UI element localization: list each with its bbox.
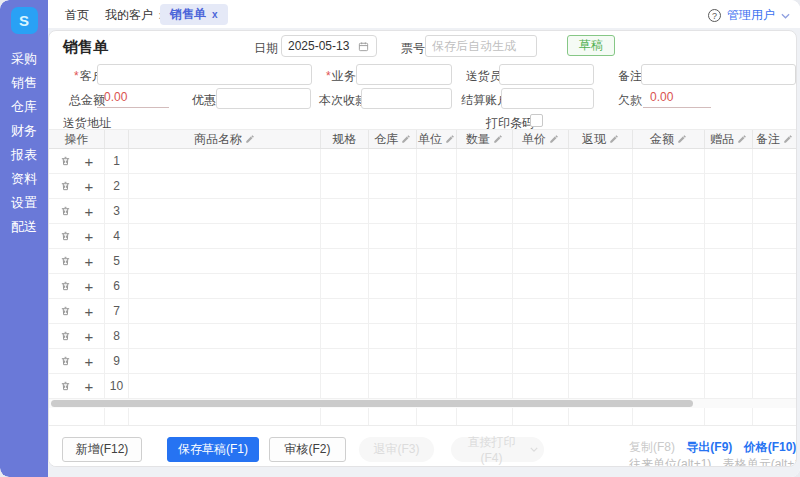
cell-warehouse[interactable] [369,149,417,173]
cell-unit[interactable] [417,349,457,373]
cell-unit[interactable] [417,274,457,298]
cell-product-name[interactable] [129,249,321,273]
customer-input[interactable] [97,64,312,85]
cell-cashback[interactable] [569,224,633,248]
cell-remark[interactable] [753,224,796,248]
cell-amount[interactable] [633,199,705,223]
cell-gift[interactable] [705,199,753,223]
cell-amount[interactable] [633,174,705,198]
cell-product-name[interactable] [129,324,321,348]
cell-amount[interactable] [633,274,705,298]
cell-remark[interactable] [753,324,796,348]
pencil-icon[interactable] [609,134,619,144]
scrollbar-thumb[interactable] [51,400,693,407]
cell-quantity[interactable] [457,149,513,173]
cell-quantity[interactable] [457,274,513,298]
cell-gift[interactable] [705,274,753,298]
cell-gift[interactable] [705,374,753,398]
help-icon[interactable]: ? [708,9,721,22]
cell-remark[interactable] [753,274,796,298]
cell-spec[interactable] [321,199,369,223]
cell-warehouse[interactable] [369,174,417,198]
cell-product-name[interactable] [129,224,321,248]
cell-warehouse[interactable] [369,249,417,273]
add-row-icon[interactable]: + [85,254,94,269]
tab-close-icon[interactable]: x [212,9,218,20]
cell-quantity[interactable] [457,249,513,273]
save-draft-button[interactable]: 保存草稿(F1) [167,437,259,462]
cell-product-name[interactable] [129,349,321,373]
cell-gift[interactable] [705,149,753,173]
add-row-icon[interactable]: + [85,179,94,194]
sidebar-item-settings[interactable]: 设置 [11,196,37,210]
cell-remark[interactable] [753,174,796,198]
cell-price[interactable] [513,149,569,173]
salesperson-input[interactable] [356,64,452,85]
cell-price[interactable] [513,274,569,298]
cell-remark[interactable] [753,374,796,398]
audit-button[interactable]: 审核(F2) [269,437,346,462]
cell-warehouse[interactable] [369,299,417,323]
add-row-icon[interactable]: + [85,354,94,369]
cell-cashback[interactable] [569,174,633,198]
cell-cashback[interactable] [569,274,633,298]
cell-amount[interactable] [633,324,705,348]
cell-unit[interactable] [417,299,457,323]
cell-spec[interactable] [321,224,369,248]
partner-unit-link[interactable]: 往来单位(alt+1) [629,457,711,467]
cell-spec[interactable] [321,174,369,198]
pencil-icon[interactable] [737,134,747,144]
sidebar-item-warehouse[interactable]: 仓库 [11,100,37,114]
add-row-icon[interactable]: + [85,304,94,319]
cell-price[interactable] [513,374,569,398]
cell-amount[interactable] [633,224,705,248]
cell-remark[interactable] [753,149,796,173]
chevron-down-icon[interactable] [781,13,790,19]
cell-quantity[interactable] [457,199,513,223]
cell-price[interactable] [513,199,569,223]
cell-product-name[interactable] [129,374,321,398]
cell-price[interactable] [513,324,569,348]
cell-remark[interactable] [753,299,796,323]
cell-price[interactable] [513,224,569,248]
sidebar-item-reports[interactable]: 报表 [11,148,37,162]
cell-unit[interactable] [417,149,457,173]
cell-warehouse[interactable] [369,324,417,348]
delete-row-icon[interactable] [60,380,71,392]
cell-unit[interactable] [417,249,457,273]
cell-unit[interactable] [417,324,457,348]
delete-row-icon[interactable] [60,305,71,317]
pencil-icon[interactable] [493,134,503,144]
cell-unit[interactable] [417,224,457,248]
sidebar-item-purchase[interactable]: 采购 [11,52,37,66]
cell-quantity[interactable] [457,324,513,348]
cell-warehouse[interactable] [369,224,417,248]
account-input[interactable] [501,88,594,109]
cell-spec[interactable] [321,374,369,398]
delete-row-icon[interactable] [60,230,71,242]
add-row-icon[interactable]: + [85,204,94,219]
calendar-icon[interactable] [358,41,369,52]
cell-quantity[interactable] [457,299,513,323]
print-barcode-checkbox[interactable] [530,114,543,127]
cell-product-name[interactable] [129,299,321,323]
cell-spec[interactable] [321,299,369,323]
cell-amount[interactable] [633,374,705,398]
delete-row-icon[interactable] [60,205,71,217]
discount-input[interactable] [216,88,311,109]
delete-row-icon[interactable] [60,355,71,367]
copy-link[interactable]: 复制(F8) [629,440,675,454]
cell-product-name[interactable] [129,274,321,298]
cell-amount[interactable] [633,299,705,323]
cell-product-name[interactable] [129,149,321,173]
cell-price[interactable] [513,349,569,373]
unaudit-button[interactable]: 退审(F3) [359,437,434,462]
cell-quantity[interactable] [457,174,513,198]
cell-price[interactable] [513,249,569,273]
ticket-input[interactable] [425,35,537,57]
cell-warehouse[interactable] [369,374,417,398]
add-row-icon[interactable]: + [85,329,94,344]
sidebar-item-data[interactable]: 资料 [11,172,37,186]
cell-spec[interactable] [321,274,369,298]
cell-cashback[interactable] [569,349,633,373]
